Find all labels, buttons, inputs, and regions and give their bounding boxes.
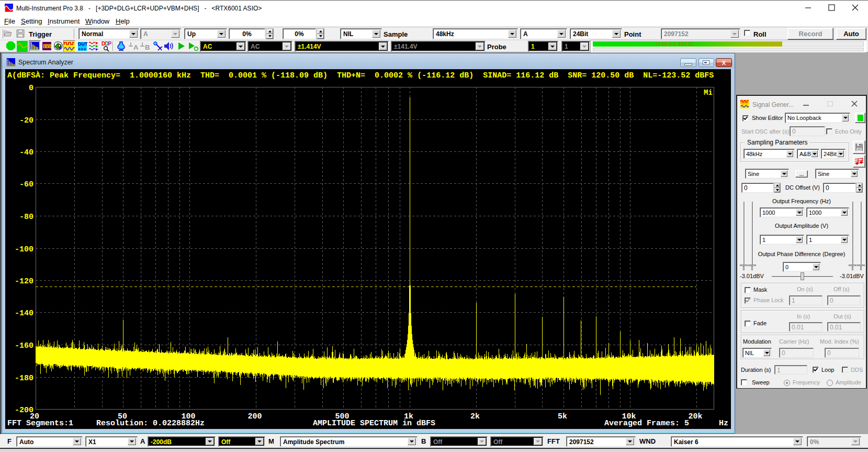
- svg-text:B: B: [145, 43, 150, 51]
- svg-text:A: A: [133, 43, 139, 51]
